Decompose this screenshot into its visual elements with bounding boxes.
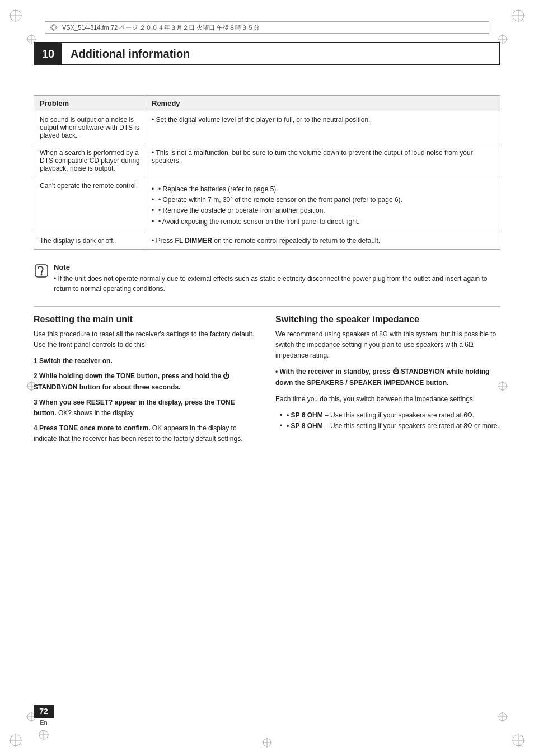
two-column-section: Resetting the main unit Use this procedu… <box>34 314 500 449</box>
chapter-number: 10 <box>35 43 62 64</box>
corner-mark-tl <box>8 8 24 24</box>
meta-diamond-icon <box>50 24 58 31</box>
bottom-center-mark <box>261 737 273 748</box>
table-remedy-item: • Avoid exposing the remote sensor on th… <box>152 217 494 227</box>
footer-circle-icon <box>38 729 49 740</box>
speaker-impedance-section: Switching the speaker impedance We recom… <box>275 314 500 449</box>
chapter-title: Additional information <box>71 48 190 60</box>
table-remedy-item: • Operate within 7 m, 30° of the remote … <box>152 195 494 205</box>
table-header-remedy: Remedy <box>146 96 500 111</box>
step-1: 1 Switch the receiver on. <box>34 356 259 367</box>
note-box: Note • If the unit does not operate norm… <box>34 263 500 294</box>
table-row-problem-2: Can't operate the remote control. <box>34 177 146 232</box>
step-4: 4 Press TONE once more to confirm. OK ap… <box>34 423 259 444</box>
note-content: Note • If the unit does not operate norm… <box>54 263 500 294</box>
note-icon <box>34 263 49 279</box>
table-row-remedy-2: • Replace the batteries (refer to page 5… <box>146 177 500 232</box>
corner-mark-bl <box>8 732 24 748</box>
impedance-option-0: • SP 6 OHM – Use this setting if your sp… <box>280 410 500 421</box>
step-num-3: 3 <box>34 398 39 406</box>
chapter-header: 10 Additional information <box>34 42 500 65</box>
page: VSX_514-814.fm 72 ページ ２００４年３月２日 火曜日 午後８時… <box>0 0 534 756</box>
speaker-impedance-bullet: • With the receiver in standby, press ⏻ … <box>275 367 500 388</box>
table-row-remedy-3: • Press FL DIMMER on the remote control … <box>146 232 500 249</box>
trouble-table: Problem Remedy No sound is output or a n… <box>34 95 500 250</box>
speaker-impedance-intro: We recommend using speakers of 8Ω with t… <box>275 329 500 361</box>
page-lang: En <box>40 719 47 726</box>
resetting-intro: Use this procedure to reset all the rece… <box>34 329 259 350</box>
step-3: 3 When you see RESET? appear in the disp… <box>34 397 259 419</box>
step-num-4: 4 <box>34 424 39 432</box>
meta-text: VSX_514-814.fm 72 ページ ２００４年３月２日 火曜日 午後８時… <box>62 24 260 32</box>
table-row-problem-1: When a search is performed by a DTS comp… <box>34 144 146 177</box>
section-divider <box>34 306 500 307</box>
steps-container: 1 Switch the receiver on.2 While holding… <box>34 356 259 444</box>
impedance-options-list: • SP 6 OHM – Use this setting if your sp… <box>275 410 500 431</box>
table-remedy-item: • Replace the batteries (refer to page 5… <box>152 184 494 195</box>
corner-mark-br <box>510 732 526 748</box>
speaker-impedance-sub: Each time you do this, you switch betwee… <box>275 394 500 405</box>
table-row-problem-0: No sound is output or a noise is output … <box>34 111 146 144</box>
note-text: • If the unit does not operate normally … <box>54 274 500 294</box>
table-remedy-item: • Remove the obstacle or operate from an… <box>152 205 494 216</box>
table-row-remedy-0: • Set the digital volume level of the pl… <box>146 111 500 144</box>
speaker-impedance-bullet-text: With the receiver in standby, press ⏻ ST… <box>275 368 489 386</box>
step-num-2: 2 <box>34 372 39 380</box>
step-num-1: 1 <box>34 357 39 365</box>
speaker-impedance-bullet-bold: • <box>275 368 278 375</box>
table-header-problem: Problem <box>34 96 146 111</box>
corner-mark-tr <box>510 8 526 24</box>
table-row-remedy-1: • This is not a malfunction, but be sure… <box>146 144 500 177</box>
note-label: Note <box>54 263 500 271</box>
page-number: 72 <box>34 705 54 718</box>
resetting-title: Resetting the main unit <box>34 314 259 325</box>
speaker-impedance-title: Switching the speaker impedance <box>275 314 500 325</box>
svg-point-36 <box>41 274 43 275</box>
side-mark-right-bottom <box>497 711 508 722</box>
meta-bar: VSX_514-814.fm 72 ページ ２００４年３月２日 火曜日 午後８時… <box>45 21 489 34</box>
table-row-problem-3: The display is dark or off. <box>34 232 146 249</box>
step-2: 2 While holding down the TONE button, pr… <box>34 371 259 392</box>
resetting-section: Resetting the main unit Use this procedu… <box>34 314 259 449</box>
fl-dimmer-bold: FL DIMMER <box>175 237 212 245</box>
page-footer: 72 En <box>34 705 54 740</box>
impedance-option-1: • SP 8 OHM – Use this setting if your sp… <box>280 421 500 431</box>
content-area: Problem Remedy No sound is output or a n… <box>34 73 500 711</box>
